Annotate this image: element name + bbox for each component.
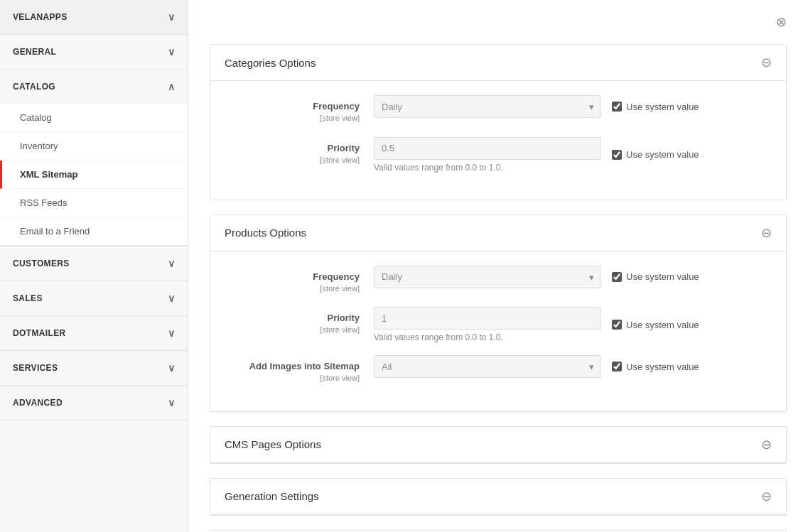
chevron-icon-sales: ∨ bbox=[168, 293, 175, 304]
sidebar-item-catalog-item[interactable]: Catalog bbox=[0, 104, 188, 132]
form-control-prod-images: AllNoneBase OnlyUse system value bbox=[374, 355, 765, 378]
section-body-products-options: Frequency[store view]DailyWeeklyMonthlyY… bbox=[210, 251, 786, 411]
chevron-icon-dotmailer: ∨ bbox=[168, 327, 175, 339]
use-system-checkbox-prod-images[interactable] bbox=[612, 362, 622, 371]
sidebar-section-general: GENERAL∨ bbox=[0, 35, 188, 70]
form-control-prod-frequency: DailyWeeklyMonthlyYearlyNeverUse system … bbox=[374, 266, 765, 288]
sidebar-header-customers[interactable]: CUSTOMERS∨ bbox=[0, 246, 188, 281]
hint-prod-priority: Valid values range from 0.0 to 1.0. bbox=[374, 332, 601, 342]
sidebar-header-sales[interactable]: SALES∨ bbox=[0, 281, 188, 315]
section-title-cms-pages-options: CMS Pages Options bbox=[225, 438, 321, 450]
input-prod-priority[interactable] bbox=[374, 307, 601, 330]
section-title-categories-options: Categories Options bbox=[225, 57, 316, 69]
page-collapse-icon[interactable]: ⊗ bbox=[776, 14, 787, 30]
section-header-products-options[interactable]: Products Options⊖ bbox=[210, 215, 786, 251]
form-row-prod-frequency: Frequency[store view]DailyWeeklyMonthlyY… bbox=[232, 266, 765, 295]
chevron-icon-general: ∨ bbox=[168, 46, 175, 58]
use-system-label-prod-frequency: Use system value bbox=[626, 271, 699, 282]
use-system-checkbox-prod-priority[interactable] bbox=[612, 320, 622, 330]
use-system-label-prod-priority: Use system value bbox=[626, 320, 699, 330]
sidebar-section-sales: SALES∨ bbox=[0, 281, 188, 316]
sidebar-header-catalog[interactable]: CATALOG∧ bbox=[0, 70, 188, 104]
main-content: ⊗ Categories Options⊖Frequency[store vie… bbox=[188, 0, 808, 532]
sidebar-section-advanced: ADVANCED∨ bbox=[0, 386, 188, 420]
sidebar: VELANAPPS∨GENERAL∨CATALOG∧CatalogInvento… bbox=[0, 0, 188, 532]
chevron-icon-customers: ∨ bbox=[168, 258, 175, 269]
section-panel-cms-pages-options: CMS Pages Options⊖ bbox=[210, 426, 787, 464]
sidebar-label-sales: SALES bbox=[13, 293, 43, 303]
section-title-products-options: Products Options bbox=[225, 227, 306, 239]
chevron-icon-catalog: ∧ bbox=[168, 81, 175, 92]
form-label-prod-frequency: Frequency[store view] bbox=[232, 266, 374, 295]
section-panel-generation-settings: Generation Settings⊖ bbox=[210, 478, 787, 516]
sidebar-label-catalog: CATALOG bbox=[13, 82, 55, 92]
sidebar-header-velanapps[interactable]: VELANAPPS∨ bbox=[0, 0, 188, 34]
chevron-icon-velanapps: ∨ bbox=[168, 11, 175, 23]
use-system-wrap-prod-images: Use system value bbox=[612, 362, 699, 372]
hint-cat-priority: Valid values range from 0.0 to 1.0. bbox=[374, 163, 601, 173]
form-label-prod-priority: Priority[store view] bbox=[232, 307, 374, 336]
form-row-prod-images: Add Images into Sitemap[store view]AllNo… bbox=[232, 355, 765, 384]
use-system-label-cat-frequency: Use system value bbox=[626, 102, 699, 112]
use-system-label-prod-images: Use system value bbox=[626, 362, 699, 372]
use-system-checkbox-cat-priority[interactable] bbox=[612, 150, 622, 160]
sidebar-item-rss-feeds-item[interactable]: RSS Feeds bbox=[0, 189, 188, 217]
section-body-categories-options: Frequency[store view]DailyWeeklyMonthlyY… bbox=[210, 81, 786, 200]
form-label-cat-frequency: Frequency[store view] bbox=[232, 95, 374, 124]
sidebar-subitems-catalog: CatalogInventoryXML SitemapRSS FeedsEmai… bbox=[0, 104, 188, 246]
sidebar-header-advanced[interactable]: ADVANCED∨ bbox=[0, 386, 188, 420]
sidebar-section-dotmailer: DOTMAILER∨ bbox=[0, 316, 188, 351]
section-header-categories-options[interactable]: Categories Options⊖ bbox=[210, 45, 786, 81]
use-system-wrap-prod-priority: Use system value bbox=[612, 320, 699, 330]
sidebar-label-velanapps: VELANAPPS bbox=[13, 12, 68, 22]
use-system-label-cat-priority: Use system value bbox=[626, 149, 699, 160]
form-row-prod-priority: Priority[store view]Valid values range f… bbox=[232, 307, 765, 342]
page-title: ⊗ bbox=[210, 14, 787, 30]
chevron-icon-services: ∨ bbox=[168, 362, 175, 374]
section-panel-products-options: Products Options⊖Frequency[store view]Da… bbox=[210, 215, 787, 412]
sidebar-item-email-friend-item[interactable]: Email to a Friend bbox=[0, 217, 188, 246]
sidebar-section-services: SERVICES∨ bbox=[0, 351, 188, 386]
form-row-cat-frequency: Frequency[store view]DailyWeeklyMonthlyY… bbox=[232, 95, 765, 124]
sidebar-label-dotmailer: DOTMAILER bbox=[13, 328, 66, 338]
sidebar-header-dotmailer[interactable]: DOTMAILER∨ bbox=[0, 316, 188, 350]
form-label-prod-images: Add Images into Sitemap[store view] bbox=[232, 355, 374, 384]
chevron-icon-advanced: ∨ bbox=[168, 397, 175, 408]
sidebar-item-inventory-item[interactable]: Inventory bbox=[0, 132, 188, 161]
collapse-icon-categories-options[interactable]: ⊖ bbox=[761, 55, 772, 70]
collapse-icon-cms-pages-options[interactable]: ⊖ bbox=[761, 437, 772, 452]
select-prod-images[interactable]: AllNoneBase Only bbox=[374, 355, 601, 378]
section-panel-categories-options: Categories Options⊖Frequency[store view]… bbox=[210, 44, 787, 200]
form-row-cat-priority: Priority[store view]Valid values range f… bbox=[232, 137, 765, 173]
select-prod-frequency[interactable]: DailyWeeklyMonthlyYearlyNever bbox=[374, 266, 601, 288]
sidebar-header-general[interactable]: GENERAL∨ bbox=[0, 35, 188, 69]
sidebar-header-services[interactable]: SERVICES∨ bbox=[0, 351, 188, 385]
sidebar-label-customers: CUSTOMERS bbox=[13, 259, 70, 268]
section-header-generation-settings[interactable]: Generation Settings⊖ bbox=[210, 479, 786, 515]
collapse-icon-generation-settings[interactable]: ⊖ bbox=[761, 489, 772, 504]
use-system-checkbox-prod-frequency[interactable] bbox=[612, 272, 622, 282]
form-control-cat-priority: Valid values range from 0.0 to 1.0.Use s… bbox=[374, 137, 765, 173]
input-cat-priority[interactable] bbox=[374, 137, 601, 160]
use-system-wrap-cat-priority: Use system value bbox=[612, 149, 699, 160]
section-header-cms-pages-options[interactable]: CMS Pages Options⊖ bbox=[210, 427, 786, 463]
collapse-icon-products-options[interactable]: ⊖ bbox=[761, 225, 772, 241]
form-control-cat-frequency: DailyWeeklyMonthlyYearlyNeverUse system … bbox=[374, 95, 765, 118]
use-system-wrap-cat-frequency: Use system value bbox=[612, 102, 699, 112]
sidebar-label-advanced: ADVANCED bbox=[13, 398, 63, 408]
sidebar-section-customers: CUSTOMERS∨ bbox=[0, 246, 188, 281]
select-cat-frequency[interactable]: DailyWeeklyMonthlyYearlyNever bbox=[374, 95, 601, 118]
sidebar-label-general: GENERAL bbox=[13, 47, 56, 57]
form-control-prod-priority: Valid values range from 0.0 to 1.0.Use s… bbox=[374, 307, 765, 342]
use-system-wrap-prod-frequency: Use system value bbox=[612, 271, 699, 282]
sidebar-label-services: SERVICES bbox=[13, 363, 58, 373]
use-system-checkbox-cat-frequency[interactable] bbox=[612, 102, 622, 112]
sidebar-section-catalog: CATALOG∧CatalogInventoryXML SitemapRSS F… bbox=[0, 70, 188, 246]
sidebar-item-xml-sitemap-item[interactable]: XML Sitemap bbox=[0, 161, 188, 189]
section-title-generation-settings: Generation Settings bbox=[225, 490, 319, 502]
form-label-cat-priority: Priority[store view] bbox=[232, 137, 374, 166]
sidebar-section-velanapps: VELANAPPS∨ bbox=[0, 0, 188, 35]
